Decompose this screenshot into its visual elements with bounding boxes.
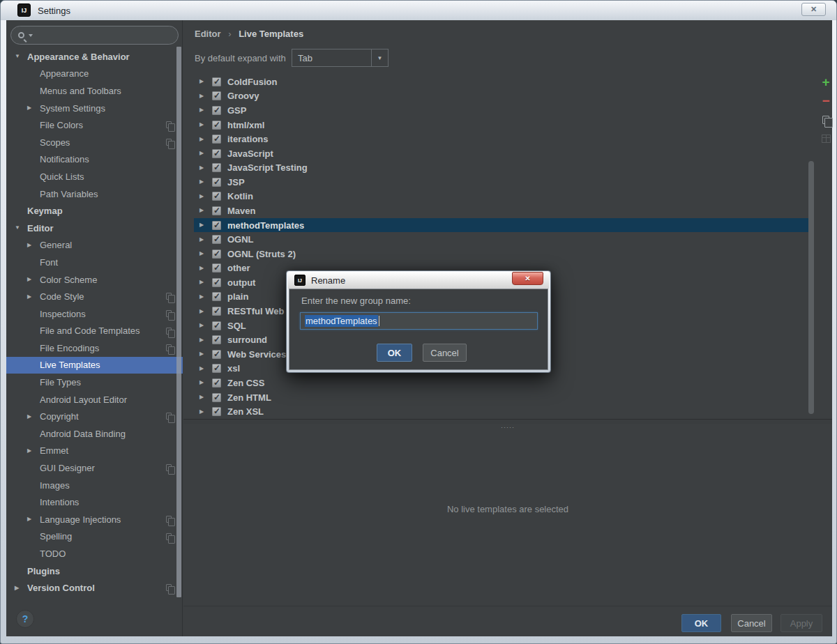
template-group-row-ognl-struts-2[interactable]: ▶OGNL (Struts 2) <box>194 247 814 261</box>
chevron-right-icon[interactable]: ▶ <box>199 323 212 328</box>
chevron-right-icon[interactable]: ▶ <box>27 277 40 282</box>
window-titlebar[interactable]: IJ Settings ✕ <box>1 1 836 20</box>
group-checkbox[interactable] <box>212 77 221 86</box>
template-group-row-zen-html[interactable]: ▶Zen HTML <box>194 390 814 405</box>
sidebar-item-path-variables[interactable]: Path Variables <box>6 185 183 203</box>
chevron-right-icon[interactable]: ▶ <box>199 151 212 156</box>
chevron-right-icon[interactable]: ▶ <box>199 165 212 171</box>
chevron-right-icon[interactable]: ▶ <box>199 237 212 243</box>
chevron-right-icon[interactable]: ▶ <box>199 251 212 256</box>
chevron-right-icon[interactable]: ▶ <box>27 448 40 454</box>
sidebar-item-notifications[interactable]: Notifications <box>6 151 183 169</box>
sidebar-item-version-control[interactable]: ▶Version Control <box>6 579 183 597</box>
rename-cancel-button[interactable]: Cancel <box>423 344 467 362</box>
group-checkbox[interactable] <box>212 307 221 316</box>
group-checkbox[interactable] <box>212 278 221 287</box>
search-box[interactable] <box>10 26 179 45</box>
list-scrollbar[interactable] <box>808 161 814 414</box>
group-checkbox[interactable] <box>212 135 221 144</box>
chevron-right-icon[interactable]: ▶ <box>27 414 40 420</box>
breadcrumb-editor[interactable]: Editor <box>195 29 221 39</box>
sidebar-item-gui-designer[interactable]: GUI Designer <box>6 459 183 477</box>
group-checkbox[interactable] <box>212 378 221 388</box>
rename-ok-button[interactable]: OK <box>377 344 412 362</box>
chevron-right-icon[interactable]: ▶ <box>199 179 212 185</box>
chevron-down-icon[interactable]: ▼ <box>15 225 27 231</box>
add-button[interactable]: + <box>818 76 834 89</box>
template-group-row-html-xml[interactable]: ▶html/xml <box>194 118 814 132</box>
chevron-right-icon[interactable]: ▶ <box>199 351 212 357</box>
sidebar-item-keymap[interactable]: Keymap <box>6 202 183 220</box>
sidebar-item-file-and-code-templates[interactable]: File and Code Templates <box>6 323 183 340</box>
sidebar-item-font[interactable]: Font <box>6 254 183 271</box>
sidebar-item-file-encodings[interactable]: File Encodings <box>6 339 183 357</box>
sidebar-item-emmet[interactable]: ▶Emmet <box>6 443 183 460</box>
sidebar-item-color-scheme[interactable]: ▶Color Scheme <box>6 271 183 289</box>
sidebar-item-editor[interactable]: ▼Editor <box>6 220 183 237</box>
group-checkbox[interactable] <box>212 321 221 330</box>
sidebar-item-file-types[interactable]: File Types <box>6 374 183 391</box>
chevron-right-icon[interactable]: ▶ <box>199 337 212 343</box>
ok-button[interactable]: OK <box>681 614 721 632</box>
chevron-right-icon[interactable]: ▶ <box>199 122 212 128</box>
template-group-row-maven[interactable]: ▶Maven <box>194 204 814 218</box>
sidebar-item-language-injections[interactable]: ▶Language Injections <box>6 511 183 528</box>
sidebar-item-appearance[interactable]: Appearance <box>6 66 183 83</box>
chevron-right-icon[interactable]: ▶ <box>199 366 212 371</box>
group-checkbox[interactable] <box>212 350 221 359</box>
search-input[interactable] <box>37 29 171 43</box>
sidebar-item-intentions[interactable]: Intentions <box>6 493 183 511</box>
chevron-right-icon[interactable]: ▶ <box>199 394 212 400</box>
sidebar-item-inspections[interactable]: Inspections <box>6 305 183 323</box>
group-checkbox[interactable] <box>212 192 221 201</box>
chevron-right-icon[interactable]: ▶ <box>27 294 40 300</box>
template-group-row-groovy[interactable]: ▶Groovy <box>194 89 814 104</box>
chevron-right-icon[interactable]: ▶ <box>199 279 212 285</box>
sidebar-item-scopes[interactable]: Scopes <box>6 134 183 151</box>
remove-button[interactable]: − <box>818 95 834 107</box>
template-group-row-javascript[interactable]: ▶JavaScript <box>194 146 814 161</box>
sidebar-item-plugins[interactable]: Plugins <box>6 562 183 580</box>
sidebar-item-quick-lists[interactable]: Quick Lists <box>6 168 183 185</box>
chevron-right-icon[interactable]: ▶ <box>27 105 40 111</box>
group-checkbox[interactable] <box>212 163 221 172</box>
group-checkbox[interactable] <box>212 121 221 130</box>
chevron-right-icon[interactable]: ▶ <box>199 266 212 271</box>
group-checkbox[interactable] <box>212 106 221 115</box>
template-group-row-methodtemplates[interactable]: ▶methodTemplates <box>194 218 814 233</box>
template-group-row-javascript-testing[interactable]: ▶JavaScript Testing <box>194 160 814 175</box>
duplicate-button[interactable] <box>818 114 834 126</box>
chevron-right-icon[interactable]: ▶ <box>199 222 212 228</box>
template-group-row-zen-css[interactable]: ▶Zen CSS <box>194 376 814 390</box>
chevron-right-icon[interactable]: ▶ <box>27 243 40 248</box>
chevron-right-icon[interactable]: ▶ <box>199 194 212 199</box>
group-checkbox[interactable] <box>212 335 221 344</box>
sidebar-item-general[interactable]: ▶General <box>6 237 183 254</box>
window-close-button[interactable]: ✕ <box>801 3 826 16</box>
group-checkbox[interactable] <box>212 364 221 373</box>
rename-dialog-close-button[interactable]: ✕ <box>512 272 543 285</box>
group-checkbox[interactable] <box>212 292 221 301</box>
chevron-right-icon[interactable]: ▶ <box>199 409 212 415</box>
chevron-right-icon[interactable]: ▶ <box>199 309 212 314</box>
group-checkbox[interactable] <box>212 393 221 402</box>
sidebar-item-android-layout-editor[interactable]: Android Layout Editor <box>6 391 183 408</box>
chevron-right-icon[interactable]: ▶ <box>199 294 212 300</box>
new-group-name-input[interactable]: methodTemplates <box>300 312 538 330</box>
chevron-down-icon[interactable]: ▼ <box>15 54 27 59</box>
expand-with-combobox[interactable]: Tab ▼ <box>292 49 389 67</box>
template-group-row-ognl[interactable]: ▶OGNL <box>194 232 814 247</box>
sidebar-item-menus-and-toolbars[interactable]: Menus and Toolbars <box>6 82 183 100</box>
sidebar-item-copyright[interactable]: ▶Copyright <box>6 408 183 425</box>
chevron-right-icon[interactable]: ▶ <box>199 79 212 84</box>
rename-dialog-titlebar[interactable]: IJ Rename ✕ <box>288 272 549 289</box>
help-button[interactable]: ? <box>16 610 34 628</box>
group-checkbox[interactable] <box>212 221 221 230</box>
cancel-button[interactable]: Cancel <box>731 614 772 632</box>
sidebar-item-file-colors[interactable]: File Colors <box>6 116 183 134</box>
group-checkbox[interactable] <box>212 250 221 259</box>
sidebar-item-spelling[interactable]: Spelling <box>6 528 183 546</box>
group-checkbox[interactable] <box>212 235 221 244</box>
template-group-row-jsp[interactable]: ▶JSP <box>194 175 814 190</box>
group-checkbox[interactable] <box>212 206 221 215</box>
